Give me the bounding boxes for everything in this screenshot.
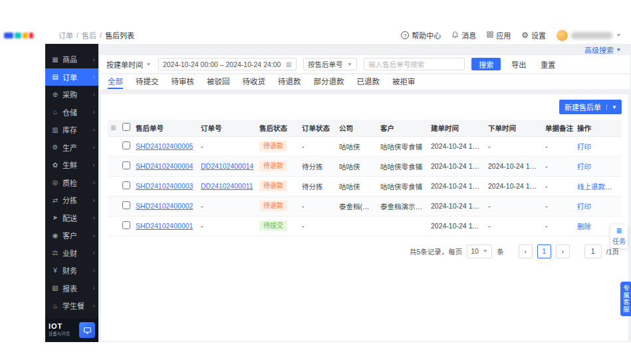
iot-title: IOT	[49, 323, 75, 330]
filter-bar: 按建单时间 ▼ 2024-10-24 00:00 – 2024-10-24 24…	[100, 55, 630, 73]
date-range-input[interactable]: 2024-10-24 00:00 – 2024-10-24 24:00 ▦	[158, 58, 297, 70]
prev-page-button[interactable]: ‹	[519, 244, 533, 258]
order-no-link[interactable]: DD24102400014	[201, 162, 253, 170]
tab-pending-submit[interactable]: 待提交	[136, 74, 159, 89]
sidebar-item-fresh[interactable]: ✿生鲜›	[45, 156, 98, 174]
sidebar-item-inventory[interactable]: ▥库存›	[45, 121, 98, 139]
sidebar-item-sorting[interactable]: ⇄分拣›	[45, 191, 98, 209]
action-link[interactable]: 打印	[577, 203, 591, 211]
page-size-select[interactable]: 10 ▼	[467, 244, 492, 258]
task-float-button[interactable]: ≣ 任务	[610, 225, 628, 248]
sidebar-item-customers[interactable]: ◉客户›	[45, 227, 98, 244]
row-checkbox-cell	[120, 156, 133, 176]
new-aftersale-button[interactable]: 新建售后单 ▼	[559, 100, 622, 114]
next-page-button[interactable]: ›	[556, 244, 570, 258]
help-label: 帮助中心	[412, 30, 441, 41]
aftersale-no-link[interactable]: SHD24102400004	[136, 162, 193, 170]
sidebar-item-orders[interactable]: ▤订单›	[45, 68, 98, 86]
row-checkbox[interactable]	[122, 181, 130, 189]
app-logo	[0, 33, 45, 39]
action-link[interactable]: 打印	[577, 163, 591, 171]
sidebar-footer[interactable]: IOT 设备与环境	[45, 318, 98, 342]
sidebar-item-label: 生鲜	[63, 159, 77, 170]
order-no-link[interactable]: DD24102400011	[201, 182, 253, 190]
time-type-select[interactable]: 按建单时间 ▼	[106, 59, 152, 70]
sidebar-item-reports[interactable]: ▧报表›	[45, 280, 98, 298]
aftersale-no-link[interactable]: SHD24102400005	[136, 142, 193, 150]
sidebar-item-warehouse[interactable]: ⌂仓储›	[45, 104, 98, 122]
column-settings-icon[interactable]: ≣	[108, 120, 120, 136]
settings-button[interactable]: ⚙ 设置	[521, 30, 546, 41]
apps-label: 应用	[496, 30, 511, 41]
column-header-5: 客户	[378, 120, 428, 136]
aftersale-no-cell: SHD24102400003	[133, 176, 198, 196]
row-checkbox[interactable]	[122, 161, 130, 169]
actions-cell: 线上退款打印	[574, 176, 622, 196]
breadcrumb: 订单 / 售后 / 售后列表	[59, 30, 134, 41]
tab-refunded[interactable]: 已退款	[357, 74, 380, 89]
row-checkbox[interactable]	[122, 141, 130, 149]
sidebar-item-biz-finance[interactable]: ⚖业财›	[45, 244, 98, 262]
qc-icon: ◎	[51, 179, 59, 186]
tab-partial-refund[interactable]: 部分退款	[314, 74, 344, 89]
chevron-right-icon: ›	[93, 73, 95, 80]
row-checkbox[interactable]	[122, 221, 130, 229]
actions-cell: 打印	[574, 156, 622, 176]
page-jump-input[interactable]: 1	[584, 244, 602, 258]
sidebar-item-label: 报表	[63, 283, 77, 294]
reset-button[interactable]: 重置	[537, 58, 559, 70]
select-all-checkbox[interactable]	[122, 123, 130, 131]
aftersale-no-link[interactable]: SHD24102400002	[136, 202, 193, 210]
tab-pending-receipt[interactable]: 待收货	[243, 74, 266, 89]
breadcrumb-item[interactable]: 售后	[82, 30, 96, 41]
created-at-cell: 2024-10-24 12:10	[428, 196, 485, 216]
tab-review-denied[interactable]: 被拒审	[392, 74, 416, 89]
aftersale-no-link[interactable]: SHD24102400003	[136, 182, 193, 190]
chevron-right-icon: ›	[93, 267, 95, 274]
chevron-down-icon: ▼	[346, 62, 352, 67]
note-cell: -	[543, 176, 574, 196]
tab-all[interactable]: 全部	[108, 74, 123, 89]
bell-icon	[451, 31, 459, 40]
sidebar-item-production[interactable]: ⚙生产›	[45, 139, 98, 157]
apps-button[interactable]: 应用	[487, 30, 511, 41]
sidebar-item-qc[interactable]: ◎质检›	[45, 174, 98, 192]
select-all-cell	[120, 120, 133, 136]
action-link[interactable]: 打印	[577, 143, 591, 151]
sidebar-item-goods[interactable]: ▦商品›	[45, 50, 98, 68]
tab-pending-review[interactable]: 待审核	[172, 74, 195, 89]
chevron-right-icon: ›	[93, 56, 95, 63]
search-input[interactable]	[364, 58, 465, 70]
action-link[interactable]: 删除	[577, 223, 591, 230]
row-checkbox-cell	[120, 196, 133, 216]
table-head-row: ≣售后单号订单号售后状态订单状态公司客户建单时间下单时间单据备注操作	[108, 120, 622, 136]
user-menu[interactable]: ▼	[557, 30, 622, 41]
action-link[interactable]: 线上退款	[577, 183, 605, 191]
ordered-at-cell: 2024-10-24 15:03	[485, 156, 543, 176]
keyword-type-select[interactable]: 按售后单号 ▼	[303, 58, 357, 70]
created-at-cell: 2024-10-24 15:04	[428, 156, 485, 176]
breadcrumb-item[interactable]: 订单	[59, 30, 73, 41]
customer-service-tab[interactable]: 专属客服	[620, 282, 631, 316]
column-header-7: 下单时间	[485, 120, 543, 136]
company-cell: 泰金档(演示客户)	[336, 196, 378, 216]
advanced-search-link[interactable]: 高级搜索 ▼	[100, 44, 630, 55]
chevron-right-icon: ›	[93, 232, 95, 239]
row-spacer	[108, 196, 120, 216]
column-header-8: 单据备注	[543, 120, 574, 136]
search-button[interactable]: 搜索	[471, 58, 501, 70]
aftersale-no-link[interactable]: SHD24102400001	[136, 222, 193, 230]
sidebar-item-finance[interactable]: ¥财务›	[45, 262, 98, 280]
sidebar-item-student-meal[interactable]: ♨学生餐›	[45, 297, 98, 315]
export-button[interactable]: 导出	[507, 58, 530, 70]
row-checkbox[interactable]	[122, 201, 130, 209]
sidebar-item-delivery[interactable]: ➤配送›	[45, 209, 98, 227]
tab-rejected[interactable]: 被驳回	[207, 74, 230, 89]
tab-pending-refund[interactable]: 待退款	[278, 74, 301, 89]
messages-button[interactable]: 消息	[451, 30, 476, 41]
help-center-button[interactable]: ? 帮助中心	[401, 30, 441, 41]
order-status-cell: 待分拣	[299, 156, 336, 176]
sidebar-item-purchase[interactable]: ⊕采购›	[45, 86, 98, 104]
aftersale-no-cell: SHD24102400005	[133, 136, 198, 156]
current-page[interactable]: 1	[537, 244, 551, 258]
